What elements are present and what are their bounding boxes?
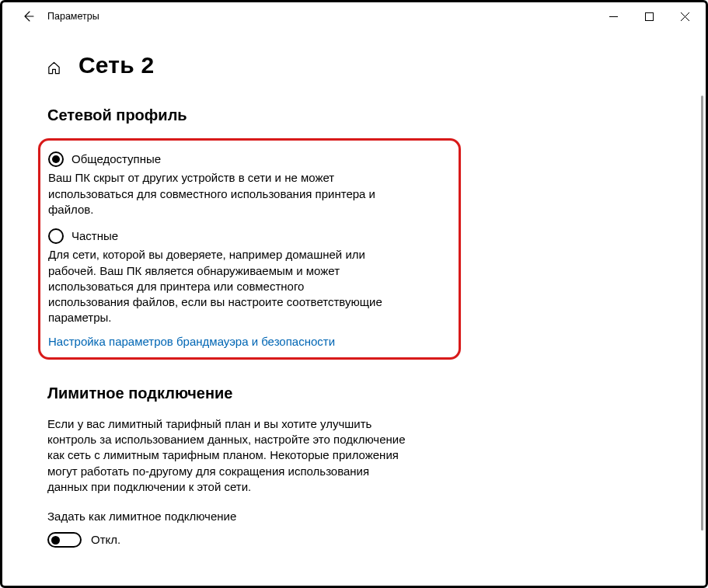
metered-toggle-row: Откл. <box>47 532 414 548</box>
back-button[interactable] <box>16 5 40 28</box>
radio-private-indicator <box>48 228 64 244</box>
firewall-settings-link[interactable]: Настройка параметров брандмауэра и безоп… <box>48 334 449 350</box>
svg-rect-0 <box>645 12 653 20</box>
metered-toggle-label: Задать как лимитное подключение <box>47 509 414 524</box>
minimize-icon <box>609 12 618 21</box>
minimize-button[interactable] <box>595 4 631 29</box>
radio-public-indicator <box>48 151 64 167</box>
radio-private[interactable]: Частные <box>48 228 449 244</box>
titlebar: Параметры <box>2 2 706 30</box>
metered-heading: Лимитное подключение <box>47 383 414 404</box>
content-area: Сетевой профиль Общедоступные Ваш ПК скр… <box>2 83 438 548</box>
home-icon <box>47 61 61 75</box>
maximize-icon <box>645 12 654 21</box>
radio-dot-icon <box>52 155 60 163</box>
radio-private-desc: Для сети, которой вы доверяете, например… <box>48 247 382 325</box>
close-button[interactable] <box>667 4 703 29</box>
window-controls <box>595 4 703 29</box>
scrollbar[interactable] <box>701 96 703 531</box>
home-button[interactable] <box>46 60 61 75</box>
radio-public-label: Общедоступные <box>71 151 161 167</box>
toggle-thumb-icon <box>51 536 60 545</box>
radio-private-label: Частные <box>71 228 118 244</box>
metered-toggle-state: Откл. <box>91 532 120 548</box>
metered-toggle[interactable] <box>47 532 82 548</box>
page-header: Сеть 2 <box>2 30 706 83</box>
page-title: Сеть 2 <box>78 52 154 78</box>
radio-public-desc: Ваш ПК скрыт от других устройств в сети … <box>48 170 382 217</box>
radio-public[interactable]: Общедоступные <box>48 151 449 167</box>
network-profile-heading: Сетевой профиль <box>47 105 414 126</box>
close-icon <box>681 12 689 21</box>
app-title: Параметры <box>47 11 99 22</box>
arrow-left-icon <box>22 10 34 23</box>
metered-desc: Если у вас лимитный тарифный план и вы х… <box>47 416 413 495</box>
network-profile-group: Общедоступные Ваш ПК скрыт от других уст… <box>38 138 461 360</box>
maximize-button[interactable] <box>631 4 667 29</box>
